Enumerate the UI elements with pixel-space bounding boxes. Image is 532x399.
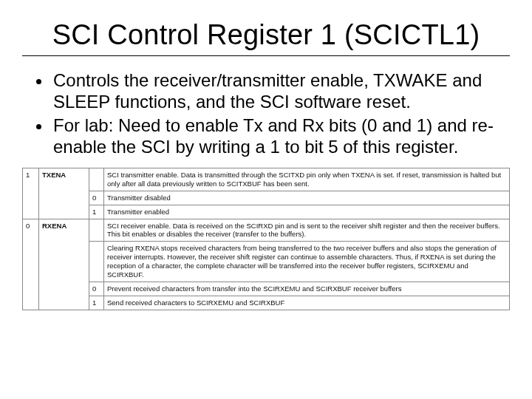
reg-value-desc: Transmitter enabled: [104, 205, 510, 219]
table-row: 0 Prevent received characters from trans…: [23, 282, 510, 296]
bullet-list: Controls the receiver/transmitter enable…: [27, 69, 505, 157]
bullet-item: Controls the receiver/transmitter enable…: [52, 69, 505, 113]
bullet-item: For lab: Need to enable Tx and Rx bits (…: [52, 115, 505, 158]
reg-value-desc: Send received characters to SCIRXEMU and…: [104, 296, 510, 310]
table-row: 1 Send received characters to SCIRXEMU a…: [23, 296, 510, 310]
reg-value-cell: 1: [89, 296, 104, 310]
reg-value-cell: [89, 219, 104, 242]
reg-name-cell: RXENA: [39, 219, 89, 310]
table-row: 1 Transmitter enabled: [23, 205, 510, 219]
reg-desc-cell: SCI receiver enable. Data is received on…: [104, 219, 510, 242]
reg-name-cell: TXENA: [39, 168, 89, 219]
reg-value-cell: [89, 242, 104, 282]
title-rule: [22, 55, 510, 56]
table-row: 0 RXENA SCI receiver enable. Data is rec…: [23, 219, 510, 242]
table-row: Clearing RXENA stops received characters…: [23, 242, 510, 282]
reg-bit-cell: 1: [23, 168, 39, 219]
slide: SCI Control Register 1 (SCICTL1) Control…: [0, 0, 532, 399]
reg-value-cell: 0: [89, 191, 104, 205]
reg-bit-cell: 0: [23, 219, 39, 310]
reg-value-desc: Transmitter disabled: [104, 191, 510, 205]
reg-desc-cell: SCI transmitter enable. Data is transmit…: [104, 168, 510, 191]
reg-value-desc: Prevent received characters from transfe…: [104, 282, 510, 296]
slide-title: SCI Control Register 1 (SCICTL1): [22, 19, 510, 51]
reg-value-cell: [89, 168, 104, 191]
register-table: 1 TXENA SCI transmitter enable. Data is …: [22, 168, 510, 310]
table-row: 0 Transmitter disabled: [23, 191, 510, 205]
reg-value-cell: 1: [89, 205, 104, 219]
reg-value-cell: 0: [89, 282, 104, 296]
table-row: 1 TXENA SCI transmitter enable. Data is …: [23, 168, 510, 191]
reg-extra-desc: Clearing RXENA stops received characters…: [104, 242, 510, 282]
